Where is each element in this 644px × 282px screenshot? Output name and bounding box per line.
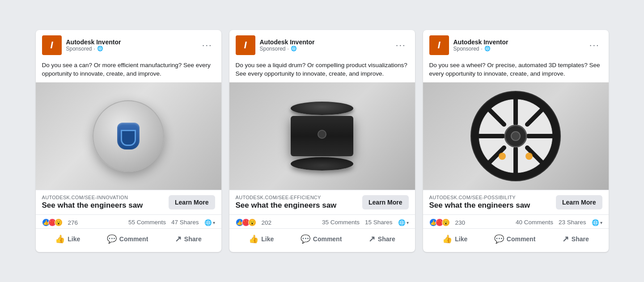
card-3-comment-icon: 💬 (494, 234, 504, 244)
card-1-actions: 👍 Like 💬 Comment ↗ Share (36, 228, 221, 252)
card-3-stats: 👍 ❤️ 😮 230 40 Comments 23 Shares 🌐 ▾ (423, 214, 609, 228)
card-2-share-icon: ↗ (369, 234, 375, 244)
svg-point-12 (499, 153, 506, 160)
card-2-wow-reaction: 😮 (248, 218, 256, 226)
ad-card-3: I Autodesk Inventor Sponsored · 🌐 ··· Do… (423, 30, 609, 252)
card-1-brand-section: I Autodesk Inventor Sponsored · 🌐 (42, 35, 121, 55)
card-3-cta: AUTODESK.COM/SEE-POSSIBILITY See what th… (423, 190, 609, 214)
card-1-stats-right: 55 Comments 47 Shares 🌐 ▾ (128, 219, 215, 226)
card-2-sponsored: Sponsored · 🌐 (260, 46, 315, 52)
card-3-comment-label: Comment (507, 235, 536, 243)
card-3-actions: 👍 Like 💬 Comment ↗ Share (423, 228, 609, 252)
card-2-globe-icon: 🌐 (291, 46, 297, 51)
ad-card-2: I Autodesk Inventor Sponsored · 🌐 ··· Do… (229, 30, 415, 252)
can-pull-tab (117, 123, 140, 150)
card-1-more-button[interactable]: ··· (199, 39, 215, 51)
card-2-share-button[interactable]: ↗ Share (363, 231, 401, 248)
cards-container: I Autodesk Inventor Sponsored · 🌐 ··· Do… (36, 30, 609, 252)
card-2-header: I Autodesk Inventor Sponsored · 🌐 ··· (229, 30, 415, 59)
card-1-share-icon: ↗ (175, 234, 182, 244)
card-2-image (229, 82, 415, 190)
card-1-reactions: 👍 ❤️ 😮 (42, 218, 61, 226)
card-1-share-arrow: ▾ (213, 220, 215, 225)
card-3-more-button[interactable]: ··· (587, 39, 602, 51)
svg-point-13 (525, 153, 533, 160)
card-1-like-icon: 👍 (55, 234, 65, 244)
card-1-body: Do you see a can? Or more efficient manu… (36, 59, 221, 83)
card-1-comment-button[interactable]: 💬 Comment (102, 231, 154, 248)
card-1-share-button[interactable]: ↗ Share (169, 231, 207, 248)
card-1-like-button[interactable]: 👍 Like (50, 231, 85, 248)
card-3-learn-more-button[interactable]: Learn More (556, 195, 602, 209)
card-3-cta-title: See what the engineers saw (429, 201, 530, 210)
card-2-share-world: 🌐 ▾ (398, 219, 409, 226)
card-2-cta: AUTODESK.COM/SEE-EFFICIENCY See what the… (229, 190, 415, 214)
svg-point-11 (511, 132, 520, 141)
card-1-share-label: Share (184, 235, 202, 243)
card-2-reaction-count: 202 (262, 219, 272, 226)
card-3-image (423, 82, 609, 190)
card-2-body: Do you see a liquid drum? Or compelling … (229, 59, 415, 83)
card-3-avatar: I (429, 35, 449, 55)
card-2-shares-count: 15 Shares (365, 219, 393, 226)
card-3-stats-right: 40 Comments 23 Shares 🌐 ▾ (516, 219, 602, 226)
card-3-reaction-count: 230 (455, 219, 466, 226)
card-3-comment-button[interactable]: 💬 Comment (489, 231, 541, 248)
card-2-cta-title: See what the engineers saw (236, 201, 337, 210)
card-2-like-icon: 👍 (249, 234, 258, 244)
card-3-share-icon: ↗ (562, 234, 569, 244)
card-1-avatar: I (42, 35, 62, 55)
card-2-brand-section: I Autodesk Inventor Sponsored · 🌐 (236, 35, 315, 55)
card-2-avatar: I (236, 35, 255, 55)
card-2-cta-left: AUTODESK.COM/SEE-EFFICIENCY See what the… (236, 195, 337, 210)
card-3-header: I Autodesk Inventor Sponsored · 🌐 ··· (423, 30, 609, 59)
card-2-comments-count: 35 Comments (322, 219, 360, 226)
card-2-comment-label: Comment (313, 235, 342, 243)
card-2-brand-name: Autodesk Inventor (260, 38, 315, 46)
card-2-more-button[interactable]: ··· (393, 39, 409, 51)
card-2-comment-button[interactable]: 💬 Comment (295, 231, 347, 248)
drum-3d-view (291, 102, 353, 171)
card-1-brand-name: Autodesk Inventor (66, 38, 121, 46)
card-1-wow-reaction: 😮 (55, 218, 63, 226)
card-2-reactions: 👍 ❤️ 😮 (236, 218, 254, 226)
card-1-learn-more-button[interactable]: Learn More (169, 195, 215, 209)
card-1-globe-icon: 🌐 (97, 46, 103, 51)
drum-body (291, 116, 353, 156)
card-2-learn-more-button[interactable]: Learn More (362, 195, 408, 209)
card-1-header: I Autodesk Inventor Sponsored · 🌐 ··· (36, 30, 221, 59)
card-3-share-button[interactable]: ↗ Share (557, 231, 594, 248)
card-3-brand-section: I Autodesk Inventor Sponsored · 🌐 (429, 35, 508, 55)
card-1-shares-count: 47 Shares (171, 219, 199, 226)
card-3-comments-count: 40 Comments (516, 219, 553, 226)
card-1-brand-info: Autodesk Inventor Sponsored · 🌐 (66, 38, 121, 52)
card-3-like-button[interactable]: 👍 Like (437, 231, 473, 248)
ad-card-1: I Autodesk Inventor Sponsored · 🌐 ··· Do… (36, 30, 221, 252)
card-3-share-label: Share (572, 235, 589, 243)
card-1-comment-icon: 💬 (107, 234, 117, 244)
card-2-world-icon: 🌐 (398, 219, 406, 226)
card-3-shares-count: 23 Shares (559, 219, 586, 226)
card-2-like-button[interactable]: 👍 Like (243, 231, 279, 248)
card-2-stats: 👍 ❤️ 😮 202 35 Comments 15 Shares 🌐 ▾ (229, 214, 415, 228)
card-1-cta: AUTODESK.COM/SEE-INNOVATION See what the… (36, 190, 221, 214)
card-2-like-label: Like (261, 235, 274, 243)
drum-bottom (291, 157, 353, 171)
card-1-world-icon: 🌐 (204, 219, 212, 226)
can-top-view (93, 100, 164, 172)
card-3-share-arrow: ▾ (600, 220, 602, 225)
card-3-like-icon: 👍 (442, 234, 452, 244)
card-1-cta-left: AUTODESK.COM/SEE-INNOVATION See what the… (42, 195, 143, 210)
card-3-cta-url: AUTODESK.COM/SEE-POSSIBILITY (429, 195, 530, 200)
card-1-share-world: 🌐 ▾ (204, 219, 215, 226)
card-1-comment-label: Comment (119, 235, 148, 243)
card-1-cta-title: See what the engineers saw (42, 201, 143, 210)
card-1-reaction-count: 276 (68, 219, 78, 226)
card-3-world-icon: 🌐 (592, 219, 599, 226)
card-2-brand-info: Autodesk Inventor Sponsored · 🌐 (260, 38, 315, 52)
card-3-body: Do you see a wheel? Or precise, automate… (423, 59, 609, 83)
card-3-brand-info: Autodesk Inventor Sponsored · 🌐 (453, 38, 508, 52)
card-3-like-label: Like (455, 235, 467, 243)
card-1-like-label: Like (68, 235, 80, 243)
drum-top (291, 102, 353, 115)
